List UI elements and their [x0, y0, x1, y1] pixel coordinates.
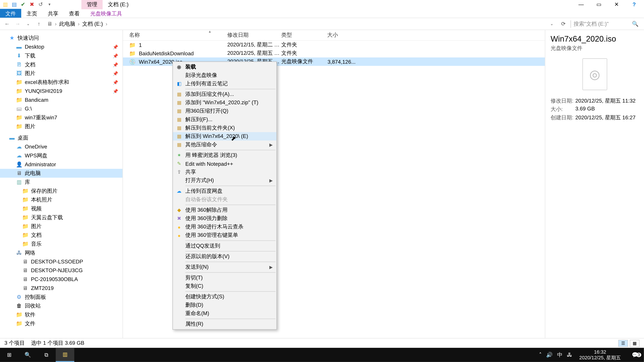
tray-chevron-icon[interactable]: ˄ [539, 352, 542, 358]
context-menu-item[interactable]: 刻录光盘映像 [173, 71, 276, 80]
context-menu-item[interactable]: ⇪共享 [173, 168, 276, 176]
tree-saved-pics[interactable]: 📁保存的图片 [0, 187, 122, 195]
tree-desktop-group[interactable]: ▬桌面 [0, 133, 122, 142]
qat-undo-icon[interactable]: ↺ [37, 1, 44, 7]
help-icon[interactable]: ? [628, 1, 640, 7]
nav-history-dropdown[interactable]: ⌄ [24, 22, 33, 26]
tree-win7reinstall[interactable]: 📁win7重装win7 [0, 113, 122, 122]
view-details-button[interactable]: ☰ [618, 340, 628, 347]
view-large-icons-button[interactable]: ▦ [630, 340, 640, 347]
column-date[interactable]: 修改日期 [227, 31, 281, 39]
context-menu-item[interactable]: ▦添加到 "Win7x64_2020.zip" (T) [173, 98, 276, 107]
tree-pics3[interactable]: 📁图片 [0, 222, 122, 231]
tree-docs2[interactable]: 📁文档 [0, 231, 122, 240]
maximize-button[interactable]: ▭ [593, 1, 605, 7]
context-menu-item[interactable]: 重命名(M) [173, 309, 276, 318]
tree-software[interactable]: 📁软件 [0, 310, 122, 319]
refresh-button[interactable]: ⟳ [559, 21, 568, 27]
context-menu-item[interactable]: 通过QQ发送到 [173, 242, 276, 250]
search-button[interactable]: 🔍 [18, 348, 37, 362]
ribbon-tab-disc-tools[interactable]: 光盘映像工具 [85, 9, 127, 18]
tree-local-pics[interactable]: 📁本机照片 [0, 195, 122, 204]
context-menu-item[interactable]: ●使用 360进行木马云查杀 [173, 223, 276, 231]
tree-video[interactable]: 📁视频 [0, 204, 122, 213]
address-dropdown-icon[interactable]: ⌄ [548, 22, 556, 26]
nav-up-button[interactable]: ↑ [34, 21, 44, 27]
file-row[interactable]: 📁12020/12/15, 星期二 1...文件夹 [123, 41, 545, 49]
context-menu-item[interactable]: ▦其他压缩命令▶ [173, 141, 276, 149]
breadcrumb-pc[interactable]: 此电脑 [59, 20, 75, 28]
context-menu-item[interactable]: ▦添加到压缩文件(A)... [173, 90, 276, 98]
tree-network[interactable]: 🖧网络 [0, 248, 122, 257]
tree-recycle[interactable]: 🗑回收站 [0, 301, 122, 310]
action-center-button[interactable]: 💬3 [628, 352, 642, 358]
context-menu-item[interactable]: ●使用 360管理右键菜单 [173, 231, 276, 240]
task-view-button[interactable]: ⧉ [37, 348, 56, 362]
context-menu-item[interactable]: ▦解压到 Win7x64_2020\ (E) [173, 132, 276, 140]
column-name[interactable]: 名称 [129, 31, 227, 39]
column-headers[interactable]: ▴ 名称 修改日期 类型 大小 [123, 30, 545, 40]
ribbon-tab-share[interactable]: 共享 [42, 9, 64, 18]
tree-quick-access[interactable]: ★快速访问 [0, 33, 122, 42]
context-menu-item[interactable]: ✎Edit with Notepad++ [173, 160, 276, 168]
navigation-pane[interactable]: ★快速访问 ▬Desktop📌 ⬇下载📌 🖹文档📌 🖼图片📌 📁excel表格制… [0, 30, 123, 338]
close-button[interactable]: ✕ [610, 1, 623, 7]
tree-files[interactable]: 📁文件 [0, 319, 122, 328]
context-menu-item[interactable]: ▦解压到(F)... [173, 115, 276, 124]
tree-libraries[interactable]: ▥库 [0, 178, 122, 187]
context-menu-item[interactable]: ◉装载 [173, 63, 276, 71]
start-button[interactable]: ⊞ [0, 348, 18, 362]
tree-control-panel[interactable]: ⚙控制面板 [0, 293, 122, 302]
context-menu-item[interactable]: ✖使用 360强力删除 [173, 214, 276, 223]
context-menu-item[interactable]: 删除(D) [173, 301, 276, 309]
qat-check-icon[interactable]: ✔ [20, 1, 26, 7]
qat-dropdown-icon[interactable]: ▾ [46, 2, 53, 6]
context-menu-item[interactable]: ▦用360压缩打开(Q) [173, 107, 276, 115]
tree-bandicam[interactable]: 📁Bandicam [0, 95, 122, 104]
taskbar[interactable]: ⊞ 🔍 ⧉ ▥ ˄ 🔊 中 🖧 16:32 2020/12/25, 星期五 💬3 [0, 348, 644, 362]
column-type[interactable]: 类型 [281, 31, 327, 39]
context-menu-item[interactable]: 属性(R) [173, 320, 276, 328]
context-menu-item[interactable]: ▦解压到当前文件夹(X) [173, 124, 276, 132]
tray-volume-icon[interactable]: 🔊 [546, 352, 553, 358]
context-menu-item[interactable]: ◧上传到有道云笔记 [173, 80, 276, 88]
ribbon-tab-view[interactable]: 查看 [64, 9, 85, 18]
qat-pin-icon[interactable]: ▤ [10, 1, 18, 7]
tree-net-d3[interactable]: 🖥PC-20190530OBLA [0, 275, 122, 284]
context-menu-item[interactable]: ◆使用 360解除占用 [173, 206, 276, 214]
nav-forward-button[interactable]: → [13, 21, 22, 27]
context-menu-item[interactable]: 剪切(T) [173, 274, 276, 282]
search-input[interactable]: 搜索"文档 (E:)" 🔍 [570, 20, 641, 28]
tray-ime-indicator[interactable]: 中 [557, 351, 562, 359]
tree-desktop[interactable]: ▬Desktop📌 [0, 42, 122, 51]
tree-net-d2[interactable]: 🖥DESKTOP-NJEU3CG [0, 266, 122, 275]
breadcrumb-drive[interactable]: 文档 (E:) [82, 20, 103, 28]
context-menu-item[interactable]: 打开方式(H)▶ [173, 176, 276, 185]
tree-yunqishi[interactable]: 📁YUNQISHI2019📌 [0, 87, 122, 95]
file-row[interactable]: 📁BaiduNetdiskDownload2020/12/25, 星期五 1..… [123, 49, 545, 57]
contextual-tab-manage[interactable]: 管理 [81, 0, 103, 9]
tree-pictures2[interactable]: 📁图片 [0, 122, 122, 131]
taskbar-clock[interactable]: 16:32 2020/12/25, 星期五 [576, 349, 624, 361]
tree-excel[interactable]: 📁excel表格制作求和📌 [0, 78, 122, 87]
taskbar-explorer-button[interactable]: ▥ [56, 348, 74, 362]
context-menu-item[interactable]: ✶用 蜂蜜浏览器 浏览(3) [173, 151, 276, 160]
breadcrumb[interactable]: 🖥 › 此电脑 › 文档 (E:) › [45, 20, 546, 28]
nav-back-button[interactable]: ← [3, 21, 12, 27]
context-menu-item[interactable]: 创建快捷方式(S) [173, 293, 276, 301]
tree-downloads[interactable]: ⬇下载📌 [0, 51, 122, 60]
ribbon-tab-file[interactable]: 文件 [0, 9, 21, 18]
tree-net-d4[interactable]: 🖥ZMT2019 [0, 284, 122, 293]
context-menu-item[interactable]: 还原以前的版本(V) [173, 252, 276, 261]
tray-network-icon[interactable]: 🖧 [567, 352, 572, 358]
tree-tianyi[interactable]: 📁天翼云盘下载 [0, 213, 122, 222]
tree-music[interactable]: 📁音乐 [0, 240, 122, 248]
minimize-button[interactable]: — [575, 1, 587, 7]
tree-onedrive[interactable]: ☁OneDrive [0, 142, 122, 151]
context-menu-item[interactable]: 发送到(N)▶ [173, 263, 276, 271]
context-menu-item[interactable]: 复制(C) [173, 282, 276, 290]
ribbon-tab-home[interactable]: 主页 [21, 9, 42, 18]
column-size[interactable]: 大小 [327, 31, 358, 39]
tree-pictures[interactable]: 🖼图片📌 [0, 69, 122, 78]
context-menu-item[interactable]: ☁上传到百度网盘 [173, 187, 276, 195]
